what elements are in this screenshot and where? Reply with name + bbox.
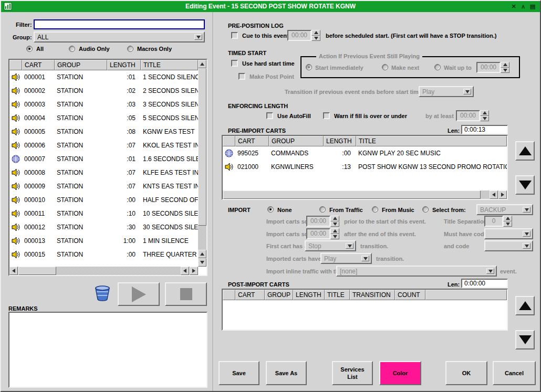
radio-audio-only-label: Audio Only [79, 46, 110, 52]
cart-column-header[interactable]: CART [235, 290, 265, 300]
pre-import-horizontal-scrollbar[interactable] [223, 190, 507, 199]
length-cell: 1:00 [107, 237, 141, 245]
group-cell: STATION [55, 87, 107, 94]
table-row[interactable]: 000013 STATION 1:00 1 MIN SILENCE [9, 234, 198, 248]
audio-cart-icon [12, 237, 20, 245]
close-icon[interactable]: ✕ [509, 2, 518, 10]
table-row[interactable]: 000007 STATION :01 1.6 SECONDS SILENCE [9, 152, 198, 166]
post-import-move-down-button[interactable] [515, 330, 535, 349]
transition-column-header[interactable]: TRANSITION [350, 290, 395, 300]
hard-start-checkbox[interactable] [231, 60, 238, 67]
save-as-button[interactable]: Save As [266, 361, 307, 385]
count-column-header[interactable]: COUNT [395, 290, 425, 300]
autofill-checkbox[interactable] [266, 112, 273, 119]
library-vertical-scrollbar[interactable] [198, 60, 206, 267]
ok-button[interactable]: OK [445, 361, 487, 385]
length-cell: :07 [107, 169, 141, 176]
scroll-up2-icon[interactable] [198, 250, 206, 258]
table-row[interactable]: 000009 STATION :07 KNTS EAS TEST IN [9, 179, 198, 193]
cart-number-cell: 000011 [22, 210, 55, 217]
warn-fill-checkbox[interactable] [323, 112, 330, 119]
post-import-move-up-button[interactable] [515, 296, 535, 315]
pre-import-move-down-button[interactable] [515, 175, 535, 195]
title-column-header[interactable]: TITLE [325, 290, 350, 300]
window-title: Editing Event - 15 SECOND POST SHOW ROTA… [1, 3, 540, 10]
window-menu-icon[interactable]: ▤ [528, 2, 537, 10]
group-column-header[interactable]: GROUP [269, 136, 324, 146]
scroll-right-icon[interactable] [498, 190, 507, 199]
table-row[interactable]: 000004 STATION :05 5 SECONDS SILENCE [9, 111, 198, 125]
library-table-body: 000001 STATION :01 1 SECOND SILENCE 0000… [9, 70, 198, 261]
icon-column-header[interactable] [223, 290, 235, 300]
import-select-from-radio[interactable] [422, 206, 429, 213]
filter-input[interactable] [34, 19, 205, 29]
import-music-radio[interactable] [372, 206, 378, 213]
radio-macros-only[interactable] [127, 46, 133, 52]
save-button[interactable]: Save [219, 361, 259, 385]
import-traffic-label: From Traffic [329, 207, 363, 213]
table-row[interactable]: 000008 STATION :07 KLFE EAS TEST IN [9, 166, 198, 179]
titlebar[interactable]: Editing Event - 15 SECOND POST SHOW ROTA… [1, 1, 540, 12]
table-row[interactable]: 000001 STATION :01 1 SECOND SILENCE [9, 70, 198, 84]
radio-audio-only[interactable] [69, 46, 75, 52]
title-column-header[interactable]: TITLE [356, 136, 507, 146]
table-row[interactable]: 000012 STATION :30 30 SECONDS SILENCE [9, 220, 198, 234]
group-column-header[interactable]: GROUP [55, 60, 107, 70]
title-cell: HALF SECOND OF [141, 196, 198, 204]
pre-import-move-up-button[interactable] [515, 141, 535, 161]
scroll-left-icon[interactable] [490, 190, 498, 199]
length-column-header[interactable]: LENGTH [324, 136, 356, 146]
table-row[interactable]: 000002 STATION :02 2 SECONDS SILENCE [9, 84, 198, 98]
chevron-down-icon [346, 243, 353, 249]
title-column-header[interactable]: TITLE [141, 60, 198, 70]
group-column-header[interactable]: GROUP [265, 290, 293, 300]
cart-number-cell: 000013 [22, 237, 55, 245]
table-row[interactable]: 995025 COMMANDS :00 KGNW PLAY 20 SEC MUS… [223, 146, 507, 160]
remarks-label: REMARKS [8, 305, 38, 312]
group-select[interactable]: ALL [34, 31, 205, 43]
cart-column-header[interactable]: CART [235, 136, 269, 146]
scroll-left2-icon[interactable] [181, 267, 189, 275]
cart-bin-icon[interactable] [93, 284, 112, 303]
color-button[interactable]: Color [379, 361, 421, 385]
cart-number-cell: 000015 [22, 251, 55, 258]
previous-event-groupbox-title: Action If Previous Event Still Playing [316, 53, 422, 59]
horizontal-scroll-thumb[interactable] [18, 267, 56, 275]
play-button[interactable] [118, 282, 160, 306]
services-list-button[interactable]: Services List [332, 361, 373, 385]
length-column-header[interactable]: LENGTH [293, 290, 325, 300]
shade-icon[interactable]: ∧ [519, 2, 527, 10]
icon-column-header[interactable] [9, 60, 22, 70]
icon-column-header[interactable] [223, 136, 235, 146]
table-row[interactable]: 000011 STATION :10 10 SECONDS SILENCE [9, 207, 198, 220]
post-import-len-value[interactable]: 0:00:00 [461, 279, 508, 288]
make-next-radio [382, 64, 388, 70]
scroll-down-icon[interactable] [198, 258, 206, 267]
cue-to-event-checkbox[interactable] [231, 32, 238, 39]
scroll-up-icon[interactable] [198, 60, 206, 68]
scroll-left-icon[interactable] [9, 267, 18, 275]
cancel-button[interactable]: Cancel [493, 361, 536, 385]
radio-all[interactable] [26, 46, 33, 52]
remarks-textarea[interactable] [8, 312, 207, 388]
import-none-radio[interactable] [267, 206, 274, 213]
table-row[interactable]: 021000 KGNWLINERS :13 POST SHOW KGNW 13 … [223, 160, 507, 174]
spinner-arrows-icon [311, 30, 320, 41]
first-cart-desc: transition. [360, 243, 388, 249]
group-cell: STATION [55, 169, 107, 176]
wait-up-to-radio [434, 64, 441, 70]
table-row[interactable]: 000006 STATION :07 KKOL EAS TEST IN [9, 139, 198, 152]
table-row[interactable]: 000005 STATION :08 KGNW EAS TEST [9, 125, 198, 139]
table-row[interactable]: 000003 STATION :03 3 SECONDS SILENCE [9, 98, 198, 111]
stop-button[interactable] [165, 282, 207, 306]
horizontal-scroll-thumb[interactable] [223, 190, 481, 199]
scroll-right-icon[interactable] [190, 267, 198, 275]
import-traffic-radio[interactable] [319, 206, 326, 213]
length-column-header[interactable]: LENGTH [107, 60, 141, 70]
table-row[interactable]: 000015 STATION :00 THREE QUARTER [9, 248, 198, 261]
cart-column-header[interactable]: CART [22, 60, 55, 70]
pre-import-len-value[interactable]: 0:00:13 [461, 125, 508, 134]
table-row[interactable]: 000010 STATION :00 HALF SECOND OF [9, 193, 198, 207]
vertical-scroll-thumb[interactable] [198, 68, 206, 226]
library-horizontal-scrollbar[interactable] [9, 267, 198, 275]
